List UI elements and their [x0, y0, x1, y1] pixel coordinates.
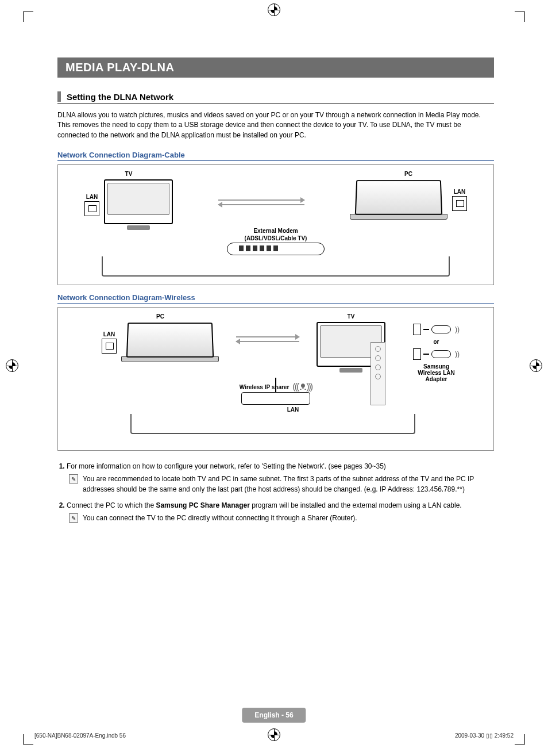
tv-column: TV LAN — [84, 171, 173, 230]
or-label: or — [434, 339, 439, 345]
laptop-icon — [121, 322, 219, 362]
footer-timestamp: 2009-03-30 ▯▯ 2:49:52 — [455, 732, 514, 739]
wifi-waves-icon: ((( ᴥ ))) — [292, 382, 312, 392]
lan-jack-icon — [452, 196, 467, 211]
bidirectional-arrows-w — [236, 336, 299, 342]
section-heading-row: Setting the DLNA Network — [57, 91, 494, 103]
dongle-icon — [431, 325, 451, 333]
diagram-cable-title: Network Connection Diagram-Cable — [57, 151, 494, 161]
note-icon: ✎ — [69, 513, 78, 523]
lan-jack-icon — [102, 339, 117, 354]
pc-label: PC — [404, 171, 412, 177]
step-2-note: ✎ You can connect the TV to the PC direc… — [69, 513, 494, 523]
footer-meta-row: [650-NA]BN68-02097A-Eng.indb 56 2009-03-… — [34, 732, 514, 739]
arrow-right-icon — [218, 199, 304, 201]
lan-label-right: LAN — [454, 189, 466, 195]
arrow-right-icon — [236, 336, 299, 337]
lan-left-group: LAN — [84, 194, 99, 216]
modem-icon — [227, 243, 325, 255]
steps-list: For more information on how to configure… — [67, 461, 494, 523]
wifi-waves-icon: )) — [455, 325, 460, 333]
usb-dongle-row-1: )) — [413, 324, 460, 335]
cable-line — [102, 256, 450, 277]
diagram-cable-box: TV LAN PC — [57, 164, 494, 285]
bidirectional-arrows — [218, 199, 304, 205]
modem-group: External Modem (ADSL/VDSL/Cable TV) — [67, 228, 484, 255]
wireless-adapter-panel: )) or )) Samsung Wireless LAN Adapter — [386, 324, 487, 382]
cable-line-w — [130, 414, 415, 434]
usb-port-icon — [413, 324, 421, 335]
section-banner: MEDIA PLAY-DLNA — [57, 57, 494, 78]
usb-dongle-row-2: )) — [413, 348, 460, 360]
dongle-icon — [431, 350, 451, 358]
registration-mark-top — [268, 3, 280, 16]
laptop-icon — [350, 179, 447, 220]
step-1-text: For more information on how to configure… — [67, 462, 386, 470]
wifi-waves-icon: )) — [455, 350, 460, 358]
usb-port-icon — [413, 348, 421, 360]
step-2: Connect the PC to which the Samsung PC S… — [67, 500, 494, 523]
router-lan-label: LAN — [253, 406, 299, 413]
lan-label-left: LAN — [86, 194, 98, 200]
step-1-note-text: You are recommended to locate both TV an… — [83, 474, 494, 494]
crop-mark-tr — [515, 11, 525, 22]
section-title: Setting the DLNA Network — [67, 92, 173, 102]
adapter-label-1: Samsung — [418, 363, 454, 370]
tv-side-panel-icon — [371, 342, 385, 405]
tv-label: TV — [125, 171, 133, 177]
diagram-wireless-title: Network Connection Diagram-Wireless — [57, 293, 494, 304]
arrow-left-icon — [218, 204, 304, 205]
step-2-note-text: You can connect the TV to the PC directl… — [83, 513, 357, 523]
lan-label-w: LAN — [103, 331, 115, 337]
modem-label-1: External Modem — [253, 228, 298, 234]
diagram-wireless-box: PC LAN TV — [57, 307, 494, 451]
page-content: MEDIA PLAY-DLNA Setting the DLNA Network… — [57, 57, 494, 529]
step-2-post: program will be installed and the extern… — [250, 501, 462, 509]
arrow-left-icon — [236, 341, 299, 342]
lan-w-group: LAN — [102, 331, 117, 354]
crop-mark-tl — [23, 11, 33, 22]
crop-mark-bl — [23, 734, 33, 745]
registration-mark-right — [530, 359, 542, 372]
pc-column-wireless: PC LAN — [102, 313, 219, 362]
router-group: Wireless IP sharer ((( ᴥ ))) LAN — [67, 382, 484, 413]
step-2-pre: Connect the PC to which the — [67, 501, 156, 509]
heading-accent-bar — [57, 91, 61, 102]
registration-mark-left — [6, 359, 18, 372]
step-1-note: ✎ You are recommended to locate both TV … — [69, 474, 494, 494]
step-1: For more information on how to configure… — [67, 461, 494, 494]
note-icon: ✎ — [69, 474, 78, 483]
pc-column: PC LAN — [350, 171, 467, 220]
pc-label-w: PC — [156, 313, 164, 320]
adapter-label-2: Wireless LAN — [418, 370, 454, 376]
adapter-label-3: Adapter — [418, 376, 454, 382]
modem-label-2: (ADSL/VDSL/Cable TV) — [245, 235, 307, 241]
tv-icon — [104, 179, 173, 230]
lan-right-group: LAN — [452, 189, 467, 211]
router-label: Wireless IP sharer — [240, 384, 289, 390]
intro-paragraph: DLNA allows you to watch pictures, music… — [57, 110, 494, 140]
crop-mark-br — [515, 734, 525, 745]
step-2-bold: Samsung PC Share Manager — [156, 501, 249, 509]
tv-label-w: TV — [348, 313, 355, 320]
footer-file-ref: [650-NA]BN68-02097A-Eng.indb 56 — [34, 732, 126, 739]
router-icon — [241, 392, 310, 405]
page-number-pill: English - 56 — [242, 708, 306, 723]
lan-jack-icon — [84, 201, 99, 216]
